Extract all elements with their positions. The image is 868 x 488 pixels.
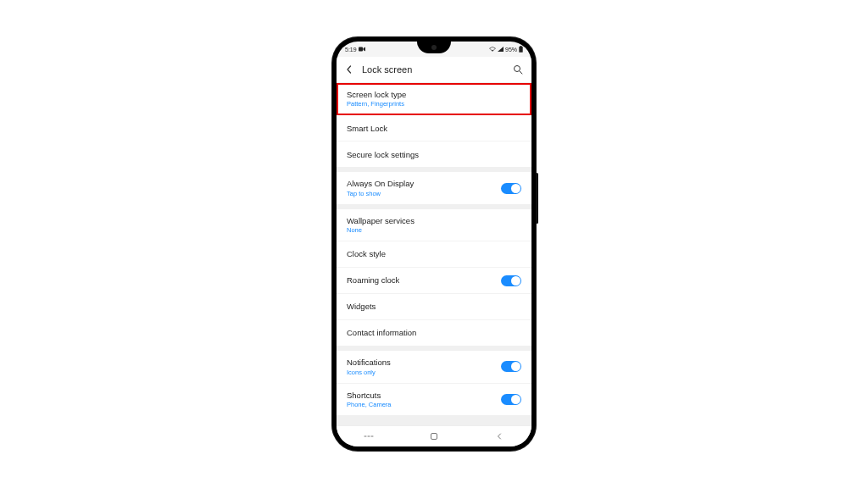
row-title: Notifications — [347, 358, 501, 367]
row-screen-lock-type[interactable]: Screen lock type Pattern, Fingerprints — [337, 83, 531, 115]
nav-recents[interactable] — [356, 432, 381, 441]
row-contact-information[interactable]: Contact information — [337, 320, 531, 346]
row-subtitle: None — [347, 226, 521, 234]
row-title: Wallpaper services — [347, 216, 521, 225]
video-icon — [359, 47, 365, 53]
row-subtitle: Icons only — [347, 369, 501, 376]
signal-icon — [498, 47, 504, 53]
phone-screen: 5:19 95% — [337, 42, 531, 446]
svg-rect-0 — [359, 47, 363, 51]
row-notifications[interactable]: Notifications Icons only — [337, 351, 531, 383]
row-clock-style[interactable]: Clock style — [337, 241, 531, 268]
row-title: Smart Lock — [347, 124, 521, 133]
row-title: Shortcuts — [347, 391, 501, 400]
row-wallpaper-services[interactable]: Wallpaper services None — [337, 209, 531, 241]
row-smart-lock[interactable]: Smart Lock — [337, 115, 531, 141]
row-widgets[interactable]: Widgets — [337, 294, 531, 320]
svg-point-4 — [515, 66, 520, 72]
search-icon[interactable] — [513, 64, 523, 75]
row-subtitle: Phone, Camera — [347, 401, 501, 408]
toggle-notifications[interactable] — [501, 361, 521, 372]
system-navbar — [337, 425, 531, 446]
row-roaming-clock[interactable]: Roaming clock — [337, 268, 531, 294]
svg-point-1 — [492, 49, 493, 51]
nav-home[interactable] — [421, 431, 447, 441]
row-title: Widgets — [347, 302, 521, 311]
row-title: Roaming clock — [347, 275, 501, 285]
toggle-shortcuts[interactable] — [501, 394, 521, 405]
group-bottom: Notifications Icons only Shortcuts Phone… — [337, 351, 531, 415]
row-subtitle: Tap to show — [347, 190, 501, 197]
header-title: Lock screen — [362, 64, 504, 75]
svg-line-5 — [520, 71, 522, 74]
row-title: Always On Display — [347, 179, 501, 188]
status-battery-pct: 95% — [505, 47, 517, 53]
nav-back[interactable] — [487, 432, 512, 441]
row-shortcuts[interactable]: Shortcuts Phone, Camera — [337, 384, 531, 415]
row-subtitle: Pattern, Fingerprints — [347, 100, 521, 108]
row-title: Secure lock settings — [347, 150, 521, 159]
toggle-aod[interactable] — [501, 183, 521, 194]
toggle-roaming-clock[interactable] — [501, 275, 521, 286]
row-title: Contact information — [347, 328, 521, 337]
battery-icon — [519, 46, 523, 53]
stage: 5:19 95% — [0, 0, 868, 488]
wifi-icon — [489, 47, 496, 53]
group-lock: Screen lock type Pattern, Fingerprints S… — [337, 83, 531, 167]
settings-list: Screen lock type Pattern, Fingerprints S… — [337, 83, 531, 425]
row-secure-lock-settings[interactable]: Secure lock settings — [337, 141, 531, 167]
group-aod: Always On Display Tap to show — [337, 172, 531, 203]
svg-rect-3 — [519, 47, 522, 53]
svg-rect-9 — [431, 434, 437, 440]
status-time: 5:19 — [345, 47, 357, 53]
svg-rect-2 — [520, 46, 522, 47]
app-header: Lock screen — [337, 57, 531, 83]
group-display: Wallpaper services None Clock style Roam… — [337, 209, 531, 346]
row-title: Clock style — [347, 249, 521, 258]
row-title: Screen lock type — [347, 90, 521, 99]
row-always-on-display[interactable]: Always On Display Tap to show — [337, 172, 531, 203]
back-icon[interactable] — [345, 65, 353, 74]
phone-frame: 5:19 95% — [332, 37, 536, 451]
